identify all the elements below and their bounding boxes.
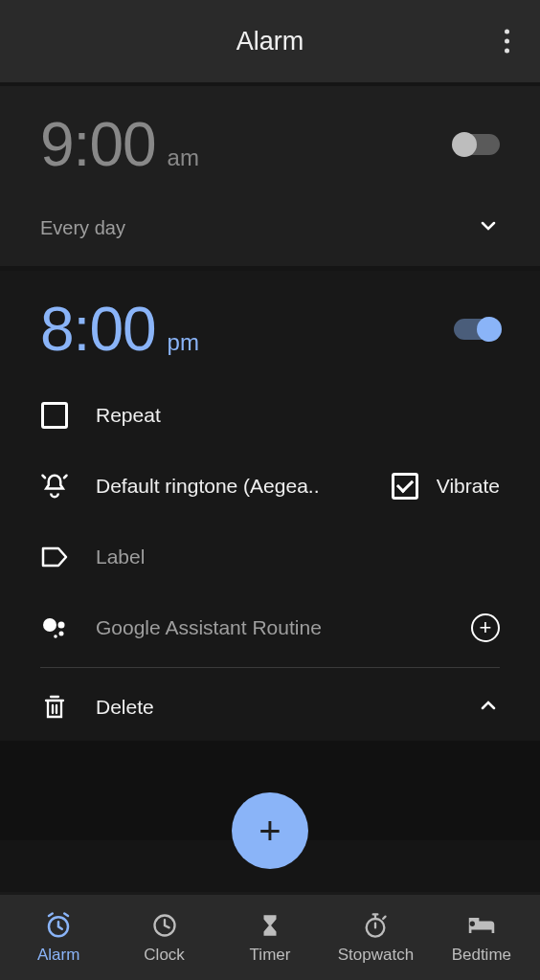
assistant-routine-label: Google Assistant Routine [96,616,322,639]
nav-label: Timer [250,946,291,965]
collapse-alarm-button[interactable] [477,694,500,721]
vibrate-option[interactable]: Vibrate [391,472,500,501]
label-text: Label [96,546,145,568]
clock-icon [150,911,179,940]
nav-label: Bedtime [452,946,511,965]
checkbox-unchecked-icon [40,401,69,430]
overflow-menu-button[interactable] [497,22,517,61]
add-routine-button[interactable]: + [471,613,500,642]
alarm-icon [44,911,73,940]
vibrate-label: Vibrate [437,475,500,498]
svg-point-2 [59,632,64,636]
nav-tab-timer[interactable]: Timer [217,911,323,965]
alarm-item: 9:00 am Every day [0,86,540,266]
hourglass-icon [256,911,284,940]
alarm-ampm: pm [168,329,199,356]
assistant-routine-option[interactable]: Google Assistant Routine [40,613,322,642]
google-assistant-icon [40,613,69,642]
svg-point-3 [54,635,57,638]
alarm-toggle[interactable] [454,319,500,340]
nav-tab-bedtime[interactable]: Bedtime [429,911,534,965]
alarm-time-button[interactable]: 9:00 am [40,109,199,180]
checkbox-checked-icon [391,472,419,501]
chevron-down-icon [477,214,500,241]
nav-label: Alarm [37,946,79,965]
ringtone-option[interactable]: Default ringtone (Aegea.. [40,472,375,501]
alarm-time-button[interactable]: 8:00 pm [40,294,199,365]
bed-icon [467,911,496,940]
page-title: Alarm [236,27,304,56]
alarm-item-expanded: 8:00 pm Repeat Default ringtone (Aegea.. [0,271,540,741]
ringtone-label: Default ringtone (Aegea.. [96,475,319,498]
trash-icon [40,693,69,722]
add-alarm-fab[interactable]: + [232,792,308,869]
repeat-label: Repeat [96,404,161,427]
expand-alarm-button[interactable]: Every day [40,214,500,241]
label-option[interactable]: Label [40,522,500,592]
more-vert-icon [505,30,509,54]
stopwatch-icon [361,911,390,940]
delete-alarm-button[interactable]: Delete [40,693,154,722]
repeat-option[interactable]: Repeat [40,380,500,451]
alarm-time: 8:00 [40,294,156,365]
toggle-knob-icon [452,132,477,157]
delete-label: Delete [96,696,154,719]
alarm-ampm: am [168,145,199,171]
bell-icon [40,472,69,501]
nav-tab-stopwatch[interactable]: Stopwatch [323,911,428,965]
bottom-navigation: Alarm Clock Timer Stopwatch [0,892,540,980]
svg-point-0 [43,618,56,632]
nav-label: Stopwatch [338,946,414,965]
nav-tab-alarm[interactable]: Alarm [6,911,111,965]
plus-icon: + [480,617,492,638]
nav-label: Clock [144,946,185,965]
alarm-time: 9:00 [40,109,156,180]
nav-tab-clock[interactable]: Clock [111,911,216,965]
svg-point-1 [58,622,65,629]
app-header: Alarm [0,0,540,82]
plus-icon: + [259,810,281,853]
tag-icon [40,543,69,571]
toggle-knob-icon [477,317,502,342]
alarm-toggle[interactable] [454,134,500,155]
alarm-schedule-label: Every day [40,217,125,239]
